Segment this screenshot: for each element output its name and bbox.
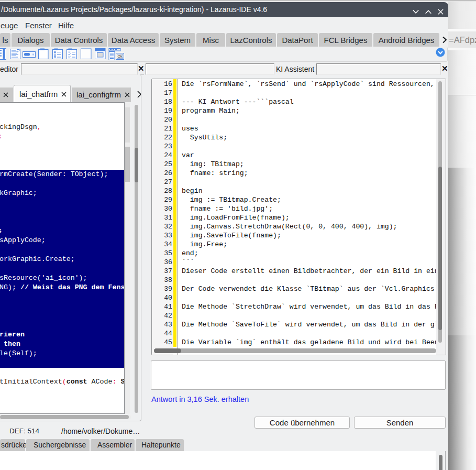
- svg-text:Ok: Ok: [118, 54, 123, 58]
